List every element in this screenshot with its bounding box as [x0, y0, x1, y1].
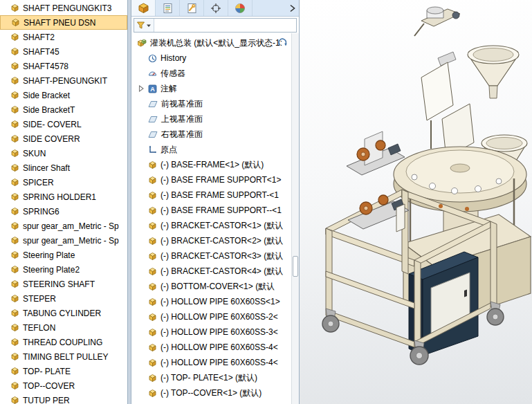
tree-root-label: 灌装机总装 (默认<默认_显示状态-1: [150, 37, 282, 49]
tab-feature-tree[interactable] [131, 0, 156, 16]
hopper-1[interactable] [468, 46, 519, 98]
assembly-icon [137, 38, 147, 48]
list-item[interactable]: SHAFT PNEU DSN [0, 15, 127, 30]
filter-button[interactable] [134, 19, 154, 32]
expander-icon[interactable] [138, 85, 144, 92]
list-item[interactable]: THREAD COUPLING [0, 335, 127, 349]
list-item[interactable]: TOP- PLATE [0, 364, 127, 378]
upper-panels[interactable] [421, 52, 474, 158]
tree-item-label: (-) BASE FRAME SUPPORT--<1 [160, 205, 282, 215]
part-icon [10, 207, 19, 216]
tree-item[interactable]: (-) BOTTOM-COVER<1> (默认 [131, 279, 299, 294]
part-icon [10, 91, 19, 100]
tree-item[interactable]: (-) BRACKET-CASTOR<3> (默认 [131, 248, 299, 264]
list-item[interactable]: Slincer Shaft [0, 160, 127, 175]
list-item[interactable]: Steering Plate2 [0, 262, 127, 277]
list-item-label: Steering Plate [23, 250, 75, 260]
list-item[interactable]: SHAFT2 [0, 30, 127, 44]
list-item[interactable]: Side BracketT [0, 102, 127, 117]
tree-item[interactable]: (-) BRACKET-CASTOR<1> (默认 [131, 218, 299, 233]
list-item[interactable]: SKUN [0, 146, 127, 160]
list-item-label: TEFLON [23, 323, 55, 333]
tab-dimxpert[interactable] [204, 0, 228, 16]
tabs-overflow-button[interactable] [285, 0, 299, 16]
tree-item[interactable]: History [131, 50, 299, 66]
top-motor-assembly[interactable] [414, 7, 460, 36]
list-item[interactable]: STEERING SHAFT [0, 277, 127, 291]
tree-item-label: 上视基准面 [161, 113, 203, 125]
tree-item[interactable]: (-) HOLLOW PIPE 60X60SS-3< [131, 324, 299, 340]
tree-item[interactable]: 传感器 [131, 66, 299, 81]
list-item[interactable]: TABUNG CYLINDER [0, 306, 127, 320]
list-item[interactable]: Side Bracket [0, 88, 127, 102]
tree-item[interactable]: (-) TOP- PLATE<1> (默认) [131, 370, 299, 385]
tree-item-label: (-) BOTTOM-COVER<1> (默认 [160, 281, 275, 293]
list-item[interactable]: TEFLON [0, 320, 127, 335]
list-item-label: SKUN [23, 149, 46, 158]
tree-item[interactable]: A注解 [131, 81, 299, 96]
tree-item[interactable]: (-) BASE FRAME SUPPORT--<1 [131, 203, 299, 218]
tab-configuration-manager[interactable] [180, 0, 204, 16]
scrollbar-thumb[interactable] [293, 256, 298, 277]
list-item-label: SPICER [23, 178, 54, 187]
tab-display-manager[interactable] [228, 0, 253, 16]
list-item-label: TABUNG CYLINDER [23, 309, 101, 318]
list-item-label: Side Bracket [23, 91, 70, 100]
list-item[interactable]: SPRING6 [0, 204, 127, 219]
list-item[interactable]: SHAFT4578 [0, 59, 127, 73]
tree-item[interactable]: (-) HOLLOW PIPE 60X60SS-2< [131, 309, 299, 324]
tree-item[interactable]: (-) BRACKET-CASTOR<4> (默认 [131, 264, 299, 279]
tree-item[interactable]: (-) HOLLOW PIPE 60X60SS-4< [131, 355, 299, 370]
part-icon [10, 265, 19, 274]
feature-tree: 灌装机总装 (默认<默认_显示状态-1: History传感器A注解前视基准面上… [131, 33, 299, 404]
curved-arrow-icon[interactable] [278, 38, 288, 48]
tree-item[interactable]: 前视基准面 [131, 96, 299, 111]
tree-item[interactable] [131, 401, 299, 404]
tree-item-label: 注解 [160, 83, 177, 95]
list-item[interactable]: SPRING HOLDER1 [0, 190, 127, 204]
component-icon [148, 252, 157, 261]
list-item[interactable]: SHAFT PENGUNGKIT3 [0, 1, 127, 15]
tree-scrollbar[interactable] [291, 33, 299, 404]
component-icon [148, 313, 157, 322]
list-item[interactable]: Steering Plate [0, 248, 127, 262]
tree-item[interactable]: (-) HOLLOW PIPE 60X60SS-4< [131, 340, 299, 355]
list-item[interactable]: spur gear_am_Metric - Sp [0, 219, 127, 233]
tree-item-label: (-) HOLLOW PIPE 60X60SS-3< [160, 327, 278, 337]
list-item[interactable]: STEPER [0, 291, 127, 306]
list-item-label: SHAFT4578 [23, 62, 68, 71]
list-item[interactable]: SHAFT-PENGUNGKIT [0, 73, 127, 88]
tree-item[interactable]: (-) BASE FRAME SUPPORT-<1 [131, 187, 299, 203]
tree-item[interactable]: (-) BASE FRAME SUPPORT<1> [131, 172, 299, 187]
filter-input[interactable] [154, 19, 296, 31]
tree-item[interactable]: (-) BASE-FRAME<1> (默认) [131, 157, 299, 172]
tree-item[interactable]: 原点 [131, 142, 299, 157]
list-item[interactable]: SPICER [0, 175, 127, 190]
list-item[interactable]: SIDE- COVERL [0, 117, 127, 131]
part-icon [10, 120, 19, 129]
tab-property-manager[interactable] [156, 0, 180, 16]
feature-manager-tabs [131, 0, 299, 17]
list-item[interactable]: TIMING BELT PULLEY [0, 349, 127, 364]
list-item[interactable]: TUTUP PER [0, 393, 127, 404]
tree-item-label: (-) BRACKET-CASTOR<1> (默认 [160, 220, 283, 232]
tree-item[interactable]: 右视基准面 [131, 127, 299, 142]
tree-item[interactable]: (-) BRACKET-CASTOR<2> (默认 [131, 233, 299, 248]
tree-item[interactable]: (-) HOLLOW PIPE 60X60SS<1> [131, 294, 299, 309]
tree-item-label: 右视基准面 [161, 129, 203, 140]
part-icon [10, 294, 19, 303]
list-item[interactable]: spur gear_am_Metric - Sp [0, 233, 127, 248]
tree-item[interactable]: 上视基准面 [131, 111, 299, 127]
list-item-label: SHAFT PENGUNGKIT3 [23, 3, 111, 13]
part-icon [10, 221, 19, 230]
tree-item[interactable]: (-) TOP--COVER<1> (默认) [131, 385, 299, 401]
part-icon [10, 381, 19, 390]
list-item[interactable]: SHAFT45 [0, 44, 127, 59]
rotary-table[interactable] [394, 147, 526, 212]
list-item[interactable]: TOP--COVER [0, 378, 127, 393]
plane-icon [148, 100, 158, 109]
list-item[interactable]: SIDE COVERR [0, 131, 127, 146]
tree-root-item[interactable]: 灌装机总装 (默认<默认_显示状态-1: [131, 35, 299, 50]
list-item-label: SPRING HOLDER1 [23, 192, 96, 202]
viewport-3d[interactable] [300, 0, 532, 404]
